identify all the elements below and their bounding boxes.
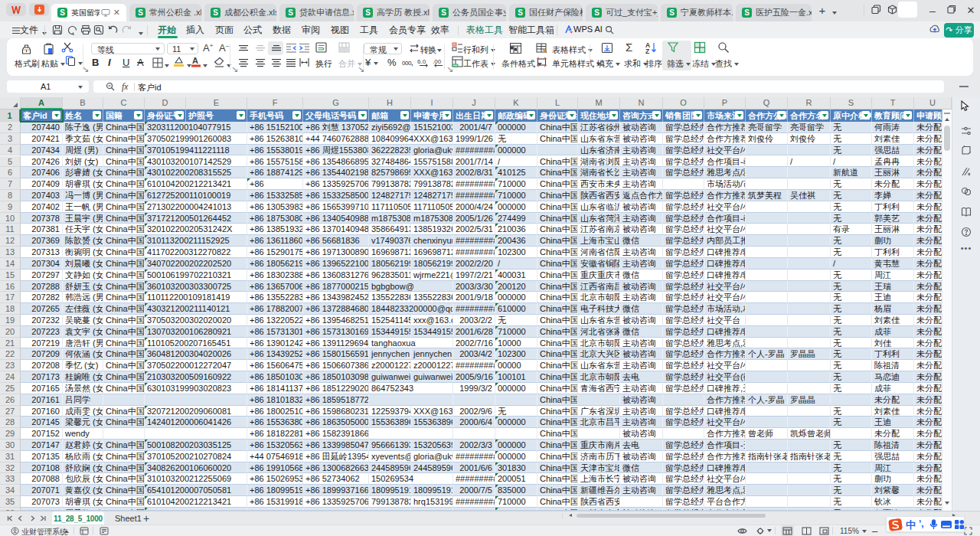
svg-text:Z: Z [645, 47, 649, 54]
svg-text:Σ: Σ [626, 41, 632, 54]
svg-text:.00: .00 [433, 58, 442, 65]
svg-text:6.0: 6.0 [417, 58, 426, 65]
svg-text:A: A [192, 56, 198, 65]
